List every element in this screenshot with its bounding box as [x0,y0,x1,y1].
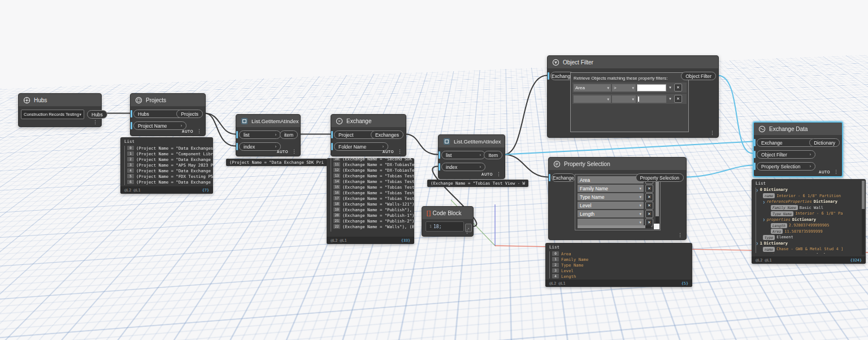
levels-label[interactable]: @L2 @L1 [124,188,141,193]
levels-label[interactable]: @L2 @L1 [549,281,566,286]
filter-field-dropdown[interactable]: ▾ [574,95,611,103]
lacing-auto-label[interactable]: AUTO [182,129,193,133]
input-port[interactable]: list› [236,130,281,139]
node-menu-icon[interactable]: ⋮ [397,149,402,154]
wire-item-to-propertyselection[interactable] [504,155,548,177]
object-filter-node[interactable]: Object Filter Exchange Retrieve Objects … [547,55,719,138]
levels-label[interactable]: @L2 @L1 [756,258,772,263]
hubs-node[interactable]: Hubs Construction Records Testing ▾ Hubs… [18,93,102,127]
filter-value-input[interactable] [637,95,666,103]
hubs-node-header[interactable]: Hubs [19,94,101,106]
input-port[interactable]: Exchange› [754,138,815,147]
wire-item-to-exchangedata[interactable] [504,142,753,155]
port-marker [439,151,440,159]
levels-label[interactable]: @L2 @L1 [331,238,347,243]
input-port[interactable]: Object Filter› [754,150,815,159]
filter-operator-dropdown[interactable]: >▾ [612,84,636,91]
property-dropdown[interactable]: Family Name▾ [578,185,644,192]
input-port[interactable]: list› [439,151,485,159]
remove-property-button[interactable]: ✕ [645,202,653,210]
code-block-node[interactable]: [ ] Code Block 1 18; › ⋮ [422,206,474,237]
wire-propertyselection-to-exchangedata[interactable] [685,165,753,177]
chevron-down-icon[interactable]: ▾ [667,85,673,90]
expand-arrow-icon[interactable]: ❯ [756,241,758,245]
code-editor[interactable]: 1 18; [426,221,464,232]
input-port[interactable]: Folder Name› [331,142,388,151]
remove-property-button[interactable]: ✕ [645,193,653,201]
lacing-auto-label[interactable]: AUTO [481,172,493,176]
exchange-input-port[interactable]: Exchange [549,173,575,182]
item-output-port[interactable]: item [280,130,298,139]
list-getitematindex-node-2[interactable]: List.GetItemAtIndex list› index› Item AU… [438,134,505,179]
node-menu-icon[interactable]: ⋮ [678,233,683,238]
expand-arrow-icon[interactable]: ❯ [756,188,758,192]
node-menu-icon[interactable]: ⋮ [197,129,202,134]
node-menu-icon[interactable]: ⋮ [292,149,297,154]
exchange-data-node[interactable]: Exchange Data Exchange› Object Filter› P… [753,121,843,177]
resize-grip[interactable] [654,224,659,229]
remove-property-button[interactable]: ✕ [645,210,653,218]
lacing-auto-label[interactable]: AUTO [277,150,288,154]
wire-projects-to-list[interactable] [205,114,236,134]
node-menu-icon[interactable]: ⋮ [93,120,98,125]
node-header[interactable]: List.GetItemAtIndex [236,115,300,127]
list-item: 6 (Project Name = "Data Exchange [127,179,213,185]
horizontal-scrollbar[interactable] [578,225,651,228]
node-menu-icon[interactable]: ⋮ [496,172,501,177]
node-menu-icon[interactable]: ⋮ [710,130,715,136]
item-output-port[interactable]: Item [484,151,502,159]
node-header[interactable]: List.GetItemAtIndex [439,135,505,147]
input-port[interactable]: index› [236,142,281,151]
list-item: 14 (Exchange Name = "Tobias Test [333,178,414,184]
property-dropdown[interactable]: Level▾ [578,202,644,209]
remove-filter-button[interactable]: ✕ [674,95,682,103]
object-filter-header[interactable]: Object Filter [548,56,718,68]
property-dropdown[interactable]: Length▾ [578,210,644,217]
lacing-auto-label[interactable]: AUTO [819,170,830,174]
wire-exchanges-to-list[interactable] [405,134,438,155]
exchange-data-node-icon [758,125,766,133]
vertical-scrollbar[interactable] [656,176,659,223]
input-port[interactable]: index› [439,163,485,171]
property-dropdown[interactable]: Area▾ [578,176,644,184]
exchanges-output-port[interactable]: Exchanges [371,130,403,139]
dynamo-workspace-canvas[interactable]: Hubs Construction Records Testing ▾ Hubs… [0,0,868,340]
filter-value-input[interactable] [637,84,666,91]
node-menu-icon[interactable]: ⋮ [465,229,470,234]
expand-arrow-icon[interactable]: ❯ [763,217,765,221]
exchange-node-header[interactable]: Exchange [331,115,406,127]
node-menu-icon[interactable]: ⋮ [834,169,839,175]
property-dropdown[interactable]: Type Name▾ [578,193,644,200]
exchange-preview-bubble: 10 (Exchange Name = "Second SDK E 11 (Ex… [327,158,414,244]
projects-node[interactable]: Projects Hubs› Project Name› Projects AU… [130,93,206,136]
wire-item-to-objectfilter[interactable] [504,76,547,155]
filter-field-dropdown[interactable]: Area▾ [574,84,611,91]
remove-filter-button[interactable]: ✕ [674,84,682,91]
expand-arrow-icon[interactable]: ❯ [763,253,765,254]
list-getitematindex-node-1[interactable]: List.GetItemAtIndex list› index› item AU… [236,114,301,156]
property-selection-header[interactable]: Property Selection [549,158,686,170]
input-port[interactable]: Project Name› [131,121,186,130]
filter-operator-dropdown[interactable]: ▾ [612,95,636,103]
property-selection-node[interactable]: Property Selection Exchange Area▾ ✕ Fami… [548,157,687,240]
object-filter-output-port[interactable]: Object Filter [681,72,716,80]
preview-header: List [120,137,213,145]
code-block-header[interactable]: [ ] Code Block [422,207,473,219]
expand-arrow-icon[interactable]: ❯ [763,200,765,204]
projects-node-header[interactable]: Projects [131,94,205,106]
property-selection-output-port[interactable]: Property Selection [636,173,684,182]
exchange-data-header[interactable]: Exchange Data [754,123,842,135]
vertical-scrollbar[interactable] [862,181,865,255]
lacing-auto-label[interactable]: AUTO [383,150,394,154]
projects-output-port[interactable]: Projects [176,110,203,118]
remove-property-button[interactable]: ✕ [645,185,653,193]
list-item: 18 (Exchange Name = "Walls-121"), [333,201,414,207]
hub-dropdown[interactable]: Construction Records Testing ▾ [21,110,84,119]
hubs-output-port[interactable]: Hubs [87,110,107,119]
exchange-node[interactable]: Exchange Project› Folder Name› Exchanges… [331,114,406,156]
dictionary-row: name Interior - 6 1/8" Partition [752,193,866,199]
dictionary-output-port[interactable]: Dictionary [809,138,840,147]
property-preview-bubble: List 0 Area 1 Family Name 2 Type Name 3 … [545,243,692,287]
chevron-down-icon[interactable]: ▾ [667,97,673,101]
input-port[interactable]: Property Selection› [754,162,815,171]
